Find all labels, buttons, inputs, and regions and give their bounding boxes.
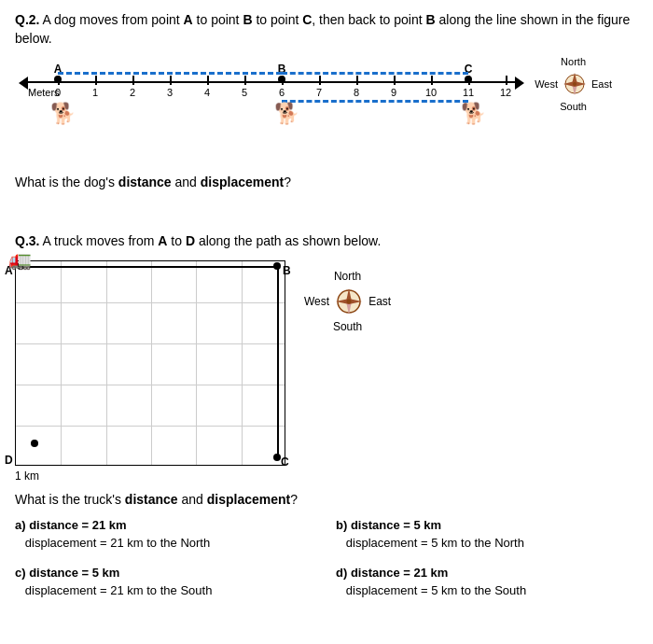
path-B-C [277, 266, 279, 457]
path-label-B: B [283, 264, 291, 277]
path-A-B [21, 266, 277, 268]
compass-east-label: East [591, 77, 612, 91]
nl-tick-label-12: 12 [500, 87, 511, 98]
nl-tick-label-8: 8 [354, 87, 359, 98]
grid-h-4 [16, 426, 285, 427]
nl-tick-label-2: 2 [130, 87, 135, 98]
q3-sub-question: What is the truck's distance and displac… [15, 492, 638, 507]
q3-label: Q.3. [15, 233, 39, 248]
nl-tick-label-10: 10 [425, 87, 437, 98]
nl-tick-7 [319, 76, 321, 85]
compass-rose-icon [560, 69, 590, 99]
grid-h-1 [16, 302, 285, 303]
q3-compass-north: North [304, 270, 391, 283]
q3-compass: North West East South [304, 270, 391, 333]
answer-b: b) distance = 5 km displacement = 5 km t… [336, 516, 638, 553]
axis-line [24, 81, 519, 83]
grid-v-5 [242, 261, 243, 465]
nl-tick-4 [207, 76, 209, 85]
point-dot-C [465, 76, 472, 83]
nl-tick-label-11: 11 [463, 87, 474, 98]
grid-h-2 [16, 343, 285, 344]
grid-diagram: (function(){ const grid = document.query… [15, 260, 285, 466]
nl-tick-3 [170, 76, 172, 85]
path-label-D: D [5, 454, 13, 467]
grid-h-3 [16, 385, 285, 385]
q3-diagram-container: (function(){ const grid = document.query… [15, 260, 638, 483]
q2-compass: North West East South [535, 55, 612, 114]
grid-v-3 [151, 261, 152, 465]
nl-tick-12 [506, 76, 507, 85]
question-3: Q.3. A truck moves from A to D along the… [15, 232, 638, 600]
path-label-C: C [281, 455, 289, 469]
answers-grid: a) distance = 21 km displacement = 21 km… [15, 516, 638, 600]
km-label: 1 km [15, 469, 285, 483]
dash-A-to-B [58, 72, 282, 75]
q3-compass-west: West [304, 295, 329, 308]
nl-tick-label-9: 9 [391, 87, 396, 98]
dash-C-to-B-return [282, 100, 468, 103]
q3-compass-south: South [304, 320, 391, 333]
q2-sub-question: What is the dog's distance and displacem… [15, 175, 638, 189]
grid-v-2 [106, 261, 107, 465]
grid-v-1 [61, 261, 62, 465]
q3-text: Q.3. A truck moves from A to D along the… [15, 232, 638, 251]
path-dot-D [31, 440, 38, 447]
q3-compass-east: East [368, 295, 391, 308]
path-dot-B [273, 262, 281, 270]
compass-north-label: North [535, 55, 612, 68]
dash-B-to-C [282, 72, 468, 75]
nl-tick-label-4: 4 [204, 87, 210, 98]
q2-text: Q.2. A dog moves from point A to point B… [15, 11, 638, 48]
q2-label: Q.2. [15, 12, 39, 27]
axis-arrow-left [19, 77, 28, 90]
nl-tick-label-7: 7 [316, 87, 322, 98]
question-2: Q.2. A dog moves from point A to point B… [15, 11, 638, 189]
compass-west-label: West [535, 77, 558, 91]
nl-tick-9 [394, 76, 396, 85]
nl-tick-1 [95, 76, 97, 85]
axis-arrow-right [515, 77, 524, 90]
point-dot-B [278, 76, 285, 83]
dog-figure-0: 🐕 [50, 102, 76, 126]
number-line-diagram: Meters (function(){ const container = do… [15, 55, 612, 167]
grid-v-4 [196, 261, 197, 465]
nl-tick-label-1: 1 [92, 87, 98, 98]
compass-south-label: South [535, 100, 612, 113]
dog-figure-1: 🐕 [274, 102, 299, 126]
q3-compass-rose-icon [332, 285, 366, 318]
nl-tick-label-0: 0 [55, 87, 61, 98]
nl-tick-5 [244, 76, 246, 85]
nl-tick-label-3: 3 [167, 87, 173, 98]
nl-tick-label-6: 6 [279, 87, 285, 98]
svg-point-5 [573, 82, 577, 86]
point-dot-A [54, 76, 62, 83]
nl-tick-8 [356, 76, 358, 85]
answer-a: a) distance = 21 km displacement = 21 km… [15, 516, 317, 553]
dog-figure-2: 🐕 [461, 102, 486, 126]
nl-tick-label-5: 5 [242, 87, 247, 98]
answer-d: d) distance = 21 km displacement = 5 km … [336, 564, 638, 600]
truck-icon: 🚛 [8, 248, 32, 271]
nl-tick-10 [431, 76, 433, 85]
answer-c: c) distance = 5 km displacement = 21 km … [15, 564, 317, 600]
nl-tick-2 [132, 76, 134, 85]
svg-point-11 [347, 299, 352, 303]
path-dot-C [273, 454, 281, 461]
